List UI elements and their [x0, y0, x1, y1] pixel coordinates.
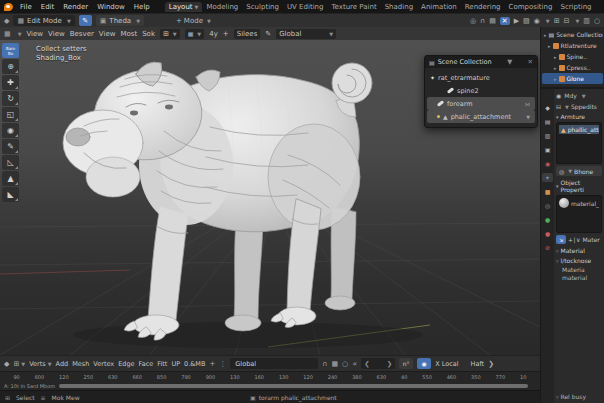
axis-label[interactable]: X Local [435, 360, 458, 368]
menu-mesh[interactable]: Mesh [72, 360, 89, 368]
tab-texture-icon[interactable]: ⊘ [542, 243, 553, 252]
xray-icon[interactable]: ▨ [523, 17, 530, 25]
expand-arrow-icon[interactable]: ▸ [544, 32, 547, 38]
menu-edit[interactable]: Edit [39, 3, 57, 11]
outliner-glone-selected[interactable]: ▸ Glone [542, 73, 603, 84]
cursor-icon[interactable]: ▶ [514, 17, 519, 25]
tool-rotate-icon[interactable]: ↻ [2, 91, 19, 106]
tab-texture-paint[interactable]: Texture Paint [328, 2, 381, 12]
outliner-cpress[interactable]: ▸ Cpress.. [542, 62, 603, 73]
active-tool-button[interactable]: ✎ [79, 15, 92, 26]
object-properties-header[interactable]: ▾ Object Properti [556, 179, 602, 193]
armature-list-box[interactable]: ▲ phallic_atta [556, 122, 602, 164]
tab-world-icon[interactable]: ◉ [542, 159, 553, 168]
tool-scale-icon[interactable]: ◱ [2, 107, 19, 122]
expand-arrow-icon[interactable]: ▸ [554, 54, 557, 60]
rel-busy-footer[interactable]: ▿ Rel busy [556, 393, 602, 402]
tab-scene-icon[interactable]: ▣ [542, 145, 553, 154]
tab-layout[interactable]: Layout▼ [165, 2, 203, 12]
tab-scripting[interactable]: Scripting [556, 2, 595, 12]
tool-measure-icon[interactable]: ◺ [2, 155, 19, 170]
armature-list-item-selected[interactable]: ▲ phallic_atta [559, 125, 599, 134]
vp-menu-2[interactable]: Besver [70, 30, 94, 38]
popup-item-spine2[interactable]: spine2 [425, 84, 537, 97]
tab-material-icon[interactable]: ● [542, 229, 553, 238]
frame-pager[interactable]: ❮❯ [361, 358, 395, 369]
expand-arrow-icon[interactable]: ▸ [554, 76, 557, 82]
magnet-icon[interactable]: ∩ [322, 360, 327, 368]
snap-target-button[interactable]: n° [399, 358, 413, 369]
pin-icon[interactable]: ◆ [4, 360, 9, 368]
overlays-icon[interactable]: ▤ [489, 17, 496, 25]
overlay-toggle-icon[interactable]: ⊞ [554, 17, 560, 25]
gizmo-toggle-icon[interactable]: ⊟ [564, 17, 570, 25]
tab-sculpting[interactable]: Sculpting [242, 2, 283, 12]
modifier-dropdown[interactable]: ⊟ ▼ Sppedits [556, 103, 602, 110]
eyedropper-icon[interactable]: ✎ [265, 30, 271, 38]
dots-icon[interactable]: ⋮ [219, 360, 226, 368]
mode-icon-pill[interactable]: ⊞▼ [160, 29, 180, 39]
snap-sphere-button[interactable]: ◉ [417, 358, 431, 369]
half-label[interactable]: Haft [471, 360, 485, 368]
material-section-header[interactable]: ▿ Material [556, 247, 602, 254]
vp-menu-4[interactable]: Most [120, 30, 137, 38]
proportional-edit-icon[interactable]: ◎ [470, 17, 476, 25]
tab-compositing[interactable]: Compositing [505, 2, 557, 12]
expand-right-icon[interactable]: ❯ [488, 360, 494, 368]
render-preview-icon[interactable]: ▥ [583, 17, 590, 25]
search-icon[interactable]: ○ [594, 17, 600, 25]
tab-data-icon[interactable]: ● [542, 215, 553, 224]
menu-up[interactable]: UP [171, 360, 180, 368]
chevron-down-icon[interactable]: ▼ [507, 58, 512, 66]
plus-minus-buttons[interactable]: +∣∨ [568, 236, 580, 243]
tab-tool-icon[interactable]: ◆ [542, 103, 553, 112]
tool-transform-icon[interactable]: ◉ [2, 123, 19, 138]
menu-window[interactable]: Window [95, 3, 127, 11]
tool-extrude-icon[interactable]: ▲ [2, 171, 19, 186]
outliner-scene-collection[interactable]: ▸ ▤ Scene Collection [542, 29, 603, 40]
popup-header[interactable]: ▤ Scene Collection ▼ ✕ [425, 56, 537, 68]
magnet-snap-icon[interactable]: ∩ [480, 17, 485, 25]
layers-icon[interactable]: ▦ [331, 360, 338, 368]
orientation-dropdown[interactable]: Global ▼ [276, 29, 336, 39]
outliner-spine[interactable]: ▸ Spine.. [542, 51, 603, 62]
outliner-armature[interactable]: ▸ Rtlatrenture [542, 40, 603, 51]
tool-tweak-active[interactable]: Bam Bo [2, 43, 19, 58]
tab-shading[interactable]: Shading [381, 2, 417, 12]
editor-icon[interactable]: ▦ [4, 30, 11, 38]
vp-menu-5[interactable]: Sok [142, 30, 155, 38]
menu-add[interactable]: Add [56, 360, 69, 368]
timeline[interactable]: 90600 120250 630660 850790 900130 160130… [0, 371, 540, 390]
bone-selector-pill[interactable]: ◎ ▼ Bhone [556, 166, 602, 176]
vp-menu-3[interactable]: View [99, 30, 116, 38]
shading-pill[interactable]: ▦▼ [185, 29, 205, 39]
tab-uv-editing[interactable]: UV Editing [283, 2, 328, 12]
popup-item-forearm[interactable]: forearm ⋈ [427, 97, 535, 110]
mode-selector[interactable]: ▦ Edit Mode ▼ [13, 15, 74, 26]
armature-section-header[interactable]: ▾ Armture [556, 113, 602, 120]
timeline-scrollbar[interactable] [59, 384, 528, 388]
popup-item-armature[interactable]: ✦ rat_etrarmature [425, 71, 537, 84]
tab-physics-icon[interactable]: ■ [542, 187, 553, 196]
menu-render[interactable]: Render [61, 3, 90, 11]
tab-animation[interactable]: Animation [417, 2, 461, 12]
falloff-icon[interactable]: ∝ [352, 360, 357, 368]
tab-output-icon[interactable]: ▥ [542, 131, 553, 140]
expand-arrow-icon[interactable]: ▸ [554, 65, 557, 71]
tab-rendering[interactable]: Rendering [461, 2, 505, 12]
menu-file[interactable]: File [18, 3, 34, 11]
proportional-icon[interactable]: ○ [342, 360, 348, 368]
nose-section-header[interactable]: ▿ l/tocknose [556, 257, 602, 264]
vp-menu-0[interactable]: View [26, 30, 43, 38]
editor-type-icon[interactable]: ◆ [4, 17, 9, 25]
mode-add-control[interactable]: + Mode ▼ [176, 17, 211, 25]
menu-fitt[interactable]: Fitt [157, 360, 167, 368]
tool-knife-icon[interactable]: ◣ [2, 187, 19, 202]
menu-edge[interactable]: Edge [118, 360, 134, 368]
vp-menu-1[interactable]: View [48, 30, 65, 38]
tab-modifier-icon[interactable]: ✦ [542, 173, 553, 182]
blender-logo-icon[interactable] [4, 3, 13, 11]
menu-face[interactable]: Face [139, 360, 154, 368]
tool-selector[interactable]: ▣ Theda ▼ [96, 15, 144, 26]
select-tool-icon[interactable]: ✕ [500, 17, 510, 25]
